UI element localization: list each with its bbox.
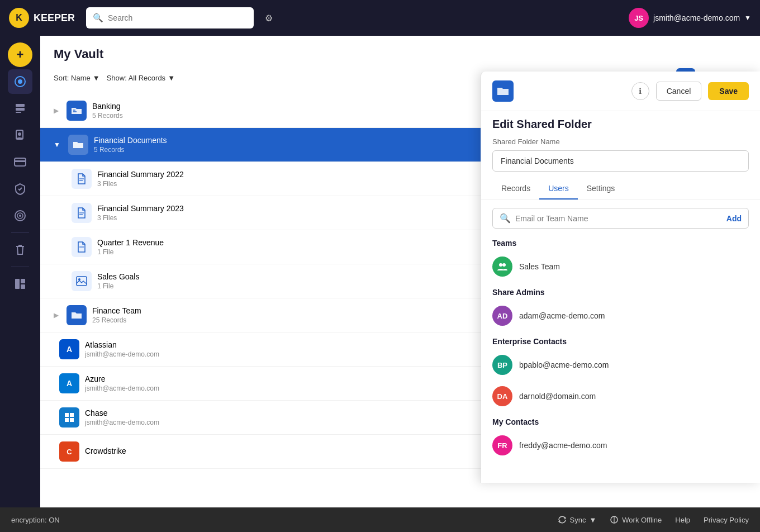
svg-rect-38 [70, 418, 74, 422]
tab-settings[interactable]: Settings [578, 178, 624, 200]
svg-rect-4 [16, 104, 25, 107]
search-bar[interactable]: 🔍 [86, 7, 254, 28]
edit-shared-folder-panel: ℹ Cancel Save Edit Shared Folder Shared … [481, 72, 760, 483]
svg-rect-14 [15, 279, 20, 289]
panel-tabs: Records Users Settings [481, 174, 760, 200]
show-chevron-icon: ▼ [168, 74, 175, 82]
cancel-button[interactable]: Cancel [656, 82, 702, 101]
sync-button[interactable]: Sync ▼ [558, 515, 597, 524]
panel-folder-icon [492, 80, 514, 102]
target-icon [14, 210, 26, 222]
layers-icon [14, 102, 26, 115]
shared-folder-finance-icon [71, 311, 82, 320]
chevron-right-finance-icon: ▶ [54, 311, 59, 319]
shield-icon [15, 183, 26, 195]
sort-button[interactable]: Sort: Name ▼ [54, 74, 100, 82]
trash-icon [15, 244, 26, 256]
svg-point-13 [19, 215, 21, 217]
image-icon [76, 276, 87, 286]
svg-rect-5 [16, 108, 25, 111]
folder-name-input[interactable] [492, 150, 749, 172]
panel-info-button[interactable]: ℹ [631, 82, 649, 100]
file-user-icon [14, 129, 26, 141]
help-button[interactable]: Help [675, 516, 690, 524]
panel-folder-svg-icon [497, 86, 509, 96]
sub-icon-sales [72, 271, 92, 291]
file-icon-2 [77, 207, 87, 218]
card-icon [14, 157, 26, 167]
sort-label: Sort: Name [54, 74, 91, 82]
sync-icon [558, 515, 567, 524]
panel-title: Edit Shared Folder [481, 111, 760, 135]
svg-point-3 [18, 79, 22, 84]
sidebar-item-card[interactable] [8, 150, 32, 174]
svg-point-40 [502, 263, 506, 267]
app-wrapper: + [0, 36, 760, 507]
panel-user-item-freddy[interactable]: FR freddy@acme-demo.com [481, 430, 760, 461]
sidebar-item-target[interactable] [8, 203, 32, 228]
panel-add-button[interactable]: Add [726, 214, 742, 223]
search-input[interactable] [108, 13, 247, 22]
sidebar-divider-2 [11, 267, 29, 267]
sidebar-item-layout[interactable] [8, 272, 32, 296]
offline-icon [610, 515, 619, 524]
folder-icon-crowdstrike: C [59, 441, 79, 462]
svg-rect-16 [21, 284, 25, 289]
panel-search-icon: 🔍 [500, 213, 511, 224]
section-title-enterprise: Enterprise Contacts [481, 331, 760, 349]
svg-point-39 [499, 263, 502, 267]
panel-header: ℹ Cancel Save [481, 72, 760, 111]
adam-email: adam@acme-demo.com [519, 311, 605, 320]
sales-team-name: Sales Team [519, 262, 560, 271]
svg-rect-37 [65, 418, 69, 422]
show-button[interactable]: Show: All Records ▼ [107, 74, 175, 82]
user-info[interactable]: JS jsmith@acme-demo.com ▼ [629, 8, 751, 28]
sync-chevron-icon: ▼ [589, 516, 596, 524]
svg-rect-15 [21, 279, 25, 283]
avatar-freddy: FR [492, 435, 512, 455]
work-offline-label: Work Offline [622, 516, 662, 524]
avatar-sales-team [492, 256, 512, 277]
sidebar-item-vault[interactable] [8, 69, 32, 94]
bpablo-email: bpablo@acme-demo.com [519, 360, 609, 369]
panel-user-item-darnold[interactable]: DA darnold@domain.com [481, 381, 760, 412]
sub-icon-2022 [72, 169, 92, 189]
panel-user-item-adam[interactable]: AD adam@acme-demo.com [481, 300, 760, 331]
folder-icon-atlassian: A [59, 339, 79, 359]
panel-user-item-sales-team[interactable]: Sales Team [481, 251, 760, 282]
tab-records[interactable]: Records [492, 178, 539, 200]
avatar-darnold: DA [492, 386, 512, 406]
svg-rect-33 [77, 277, 87, 286]
sidebar-item-layers[interactable] [8, 96, 32, 121]
svg-rect-35 [65, 413, 69, 417]
panel-user-item-bpablo[interactable]: BP bpablo@acme-demo.com [481, 349, 760, 381]
panel-content: Teams Sales Team Share Admins AD adam@ac… [481, 233, 760, 483]
sidebar-item-shield[interactable] [8, 177, 32, 201]
save-button[interactable]: Save [708, 82, 749, 100]
work-offline-button[interactable]: Work Offline [610, 515, 662, 524]
folder-name-label: Shared Folder Name [481, 135, 760, 148]
sidebar-divider [11, 232, 29, 233]
chevron-down-folder-icon: ▼ [54, 141, 60, 149]
tab-users[interactable]: Users [539, 178, 578, 200]
sidebar-item-add[interactable]: + [8, 42, 32, 67]
folder-icon-financial [68, 135, 88, 155]
svg-rect-6 [16, 112, 21, 113]
section-title-teams: Teams [481, 233, 760, 251]
sidebar-item-trash[interactable] [8, 238, 32, 262]
svg-text:K: K [16, 13, 22, 22]
filter-icon[interactable]: ⚙ [265, 13, 273, 23]
logo-text: KEEPER [34, 12, 75, 24]
vault-icon [14, 75, 26, 88]
user-email: jsmith@acme-demo.com [653, 13, 740, 22]
panel-search-input[interactable] [515, 214, 722, 223]
folder-icon-finance-team [66, 305, 87, 325]
chevron-right-icon: ▶ [54, 107, 59, 115]
search-icon: 🔍 [93, 13, 103, 23]
sidebar-item-file-user[interactable] [8, 123, 32, 148]
panel-search[interactable]: 🔍 Add [492, 208, 749, 229]
shared-folder-blue-icon [73, 140, 84, 149]
svg-rect-36 [70, 413, 74, 417]
privacy-button[interactable]: Privacy Policy [704, 516, 749, 524]
team-icon [497, 262, 508, 271]
